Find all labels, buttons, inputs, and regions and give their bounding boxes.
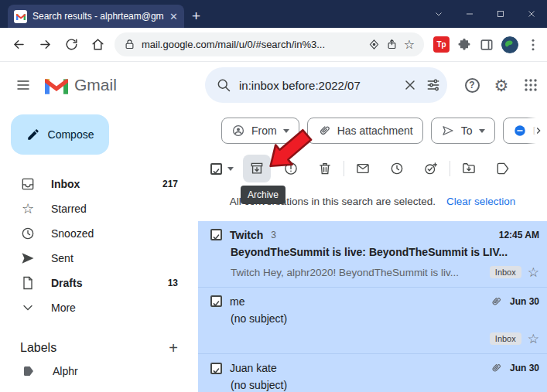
sidebar-item-starred[interactable]: ☆ Starred bbox=[0, 196, 198, 221]
forward-icon[interactable] bbox=[32, 32, 57, 57]
email-time: Jun 30 bbox=[510, 296, 539, 307]
action-toolbar bbox=[198, 152, 547, 186]
sidebar-item-drafts[interactable]: Drafts 13 bbox=[0, 271, 198, 295]
task-check-icon bbox=[423, 161, 439, 176]
share-icon[interactable] bbox=[386, 39, 398, 50]
add-to-tasks-button[interactable] bbox=[417, 155, 445, 182]
gmail-m-icon bbox=[45, 77, 68, 94]
tab-title: Search results - alphrteam@gma bbox=[32, 11, 164, 22]
back-icon[interactable] bbox=[6, 32, 31, 57]
drafts-count: 13 bbox=[168, 278, 178, 288]
extensions-puzzle-icon[interactable] bbox=[456, 37, 472, 53]
send-icon bbox=[20, 251, 36, 266]
sidebar-item-more[interactable]: More bbox=[0, 295, 198, 320]
sidebar-item-label: Inbox bbox=[51, 178, 80, 190]
clock-icon bbox=[20, 226, 36, 241]
select-dropdown-icon[interactable] bbox=[227, 167, 234, 171]
mark-read-button[interactable] bbox=[349, 155, 377, 182]
inbox-count: 217 bbox=[162, 179, 178, 189]
star-icon[interactable]: ☆ bbox=[528, 266, 539, 279]
toolbar-divider bbox=[344, 161, 344, 176]
inbox-badge: Inbox bbox=[490, 332, 521, 345]
inbox-badge: Inbox bbox=[490, 266, 521, 278]
side-panel-icon[interactable] bbox=[479, 37, 494, 53]
settings-gear-icon[interactable]: ⚙ bbox=[487, 70, 516, 101]
sidebar-item-label: More bbox=[51, 302, 76, 314]
address-bar[interactable]: mail.google.com/mail/u/0/#search/in%3...… bbox=[115, 32, 424, 56]
label-button[interactable] bbox=[489, 155, 517, 182]
paperclip-icon bbox=[487, 293, 505, 311]
row-checkbox[interactable] bbox=[210, 295, 222, 307]
sidebar-item-sent[interactable]: Sent bbox=[0, 246, 198, 271]
tp-extension-icon[interactable]: Tp bbox=[433, 36, 450, 53]
create-label-icon[interactable]: + bbox=[169, 339, 178, 357]
archive-tooltip: Archive bbox=[241, 186, 285, 204]
labels-heading: Labels bbox=[20, 341, 56, 355]
send-to-icon bbox=[441, 124, 455, 138]
browser-menu-icon[interactable] bbox=[525, 37, 541, 53]
chevron-down-icon bbox=[20, 300, 36, 315]
email-subject: (no subject) bbox=[231, 312, 534, 328]
url-text: mail.google.com/mail/u/0/#search/in%3... bbox=[142, 39, 362, 50]
filter-chip-has-attachment[interactable]: Has attachment bbox=[307, 118, 423, 144]
email-list: Twitch 3 12:45 AM BeyondTheSummit is liv… bbox=[198, 221, 547, 392]
email-row[interactable]: Twitch 3 12:45 AM BeyondTheSummit is liv… bbox=[198, 221, 547, 288]
select-all-control[interactable] bbox=[210, 163, 234, 175]
help-icon[interactable]: ? bbox=[457, 70, 487, 101]
circle-minus-icon bbox=[513, 124, 527, 138]
email-row[interactable]: me Jun 30 (no subject) Inbox ☆ bbox=[198, 288, 547, 354]
minimize-button[interactable] bbox=[454, 0, 485, 28]
move-to-button[interactable] bbox=[455, 155, 483, 182]
inbox-icon bbox=[20, 176, 36, 192]
clear-selection-link[interactable]: Clear selection bbox=[446, 196, 515, 207]
bookmark-star-icon[interactable]: ☆ bbox=[404, 37, 415, 52]
lock-icon bbox=[124, 39, 135, 50]
star-icon[interactable]: ☆ bbox=[528, 332, 539, 346]
search-icon[interactable] bbox=[216, 77, 231, 93]
search-options-icon[interactable] bbox=[426, 77, 441, 93]
row-checkbox[interactable] bbox=[210, 363, 222, 374]
sidebar-label-alphr[interactable]: Alphr bbox=[0, 359, 198, 383]
draft-file-icon bbox=[20, 275, 36, 291]
row-checkbox[interactable] bbox=[210, 229, 222, 240]
snooze-clock-icon bbox=[389, 161, 405, 176]
close-window-button[interactable] bbox=[516, 0, 547, 28]
move-folder-icon bbox=[461, 161, 477, 176]
sidebar-item-inbox[interactable]: Inbox 217 bbox=[0, 172, 198, 196]
eye-diamond-icon[interactable] bbox=[368, 39, 380, 50]
star-icon: ☆ bbox=[20, 201, 36, 216]
browser-tab[interactable]: Search results - alphrteam@gma ✕ bbox=[8, 5, 184, 28]
filter-chip-to[interactable]: To bbox=[431, 118, 495, 144]
email-row[interactable]: Juan kate Jun 30 (no subject) bbox=[198, 354, 547, 392]
tab-search-chevron-icon[interactable] bbox=[423, 0, 454, 28]
label-tag-icon bbox=[22, 364, 36, 378]
email-snippet: Twitch Hey, alphr2020! BeyondTheSummit i… bbox=[231, 267, 484, 278]
compose-label: Compose bbox=[48, 128, 94, 141]
google-apps-icon[interactable] bbox=[516, 70, 545, 101]
sidebar-item-snoozed[interactable]: Snoozed bbox=[0, 221, 198, 246]
sidebar-item-label: Drafts bbox=[51, 277, 82, 289]
compose-button[interactable]: Compose bbox=[11, 114, 109, 155]
gmail-logo[interactable]: Gmail bbox=[45, 76, 117, 94]
hamburger-menu-icon[interactable] bbox=[5, 66, 42, 104]
search-input[interactable]: in:inbox before:2022/07 bbox=[239, 79, 395, 92]
email-time: Jun 30 bbox=[510, 363, 539, 373]
label-name: Alphr bbox=[53, 365, 78, 377]
reload-icon[interactable] bbox=[59, 32, 84, 57]
tab-close-icon[interactable]: ✕ bbox=[169, 11, 178, 22]
new-tab-button[interactable]: + bbox=[192, 9, 200, 23]
search-bar[interactable]: in:inbox before:2022/07 bbox=[205, 67, 447, 103]
paperclip-icon bbox=[487, 360, 505, 377]
select-all-checkbox[interactable] bbox=[210, 163, 222, 175]
maximize-button[interactable] bbox=[485, 0, 516, 28]
clear-search-icon[interactable] bbox=[402, 77, 418, 93]
thread-count: 3 bbox=[271, 230, 276, 240]
home-icon[interactable] bbox=[85, 32, 110, 57]
main-content: From Has attachment To D bbox=[198, 108, 547, 392]
profile-avatar[interactable] bbox=[501, 36, 518, 53]
annotation-arrow bbox=[258, 122, 323, 170]
snooze-button[interactable] bbox=[383, 155, 411, 182]
gmail-header: Gmail in:inbox before:2022/07 ? ⚙ bbox=[0, 62, 547, 108]
chips-scroll-right[interactable] bbox=[527, 116, 547, 145]
gmail-logo-text: Gmail bbox=[74, 76, 117, 94]
